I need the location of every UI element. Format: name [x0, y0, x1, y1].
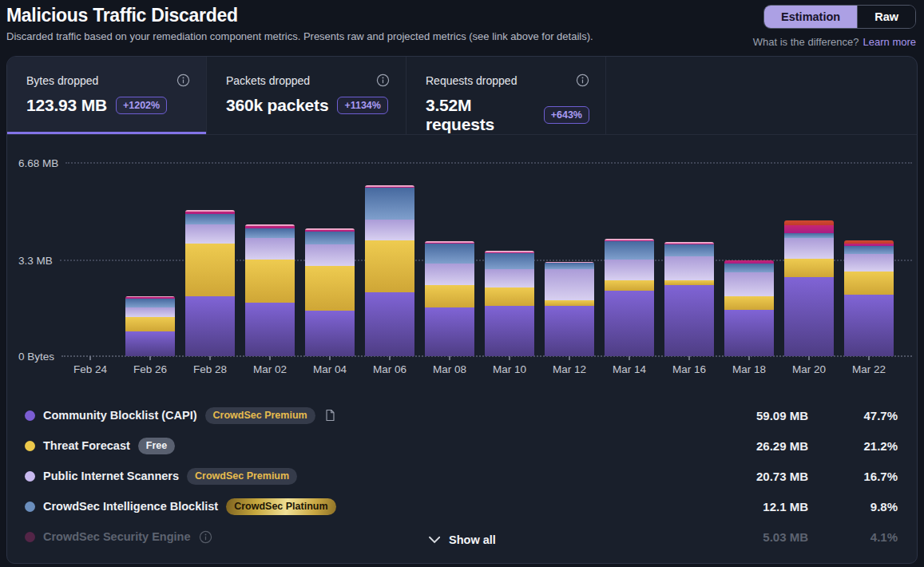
info-icon[interactable]: [176, 73, 190, 87]
series-color-dot: [25, 471, 35, 482]
tab-requests-dropped[interactable]: Requests dropped3.52M requests+643%: [406, 57, 606, 134]
series-total-value: 59.09 MB: [688, 409, 808, 422]
x-axis-label: Feb 28: [180, 363, 240, 375]
segment-public-internet-scanners: [664, 256, 714, 280]
legend-row-threat-forecast[interactable]: Threat ForecastFree26.29 MB21.2%: [25, 430, 898, 461]
segment-crowdsec-intelligence-blocklist: [125, 299, 175, 308]
series-label: Threat Forecast: [43, 439, 130, 452]
tab-value: 123.93 MB: [26, 96, 107, 115]
legend-item: Public Internet ScannersCrowdSec Premium: [25, 468, 688, 485]
series-label: Public Internet Scanners: [43, 470, 179, 482]
x-axis-label: Mar 18: [719, 363, 779, 375]
bar-mar-20[interactable]: [784, 220, 834, 356]
x-axis-tick: [748, 356, 750, 360]
segment-crowdsec-intelligence-blocklist: [305, 232, 355, 244]
page-header: Malicious Traffic Discarded Discarded tr…: [0, 0, 924, 56]
traffic-panel: Bytes dropped123.93 MB+1202%Packets drop…: [6, 56, 918, 564]
legend-item: CrowdSec Intelligence BlocklistCrowdSec …: [25, 498, 688, 515]
page-title: Malicious Traffic Discarded: [6, 5, 593, 26]
segment-public-internet-scanners: [545, 269, 594, 300]
header-controls: Estimation Raw What is the difference?Le…: [753, 5, 916, 48]
header-titles: Malicious Traffic Discarded Discarded tr…: [6, 5, 593, 42]
tab-change-badge: +643%: [544, 106, 589, 124]
bar-feb-26[interactable]: [125, 296, 175, 356]
segment-public-internet-scanners: [305, 244, 355, 266]
tab-label: Bytes dropped: [26, 74, 98, 87]
legend-row-crowdsec-intelligence-blocklist[interactable]: CrowdSec Intelligence BlocklistCrowdSec …: [25, 491, 898, 521]
segment-threat-forecast: [844, 272, 894, 295]
segment-public-internet-scanners: [125, 307, 175, 317]
helper-text: What is the difference?: [753, 36, 859, 48]
tab-packets-dropped[interactable]: Packets dropped360k packets+1134%: [207, 57, 406, 134]
bar-feb-28[interactable]: [185, 210, 235, 356]
segment-threat-forecast: [245, 260, 295, 303]
bar-mar-14[interactable]: [605, 239, 654, 356]
x-axis-tick: [868, 356, 870, 360]
x-axis-tick: [449, 356, 450, 360]
chevron-down-icon: [428, 536, 440, 544]
tab-change-badge: +1134%: [337, 97, 388, 114]
segment-community-blocklist-capi-: [605, 291, 654, 356]
tier-badge-platinum: CrowdSec Platinum: [226, 498, 335, 515]
x-axis-label: Mar 12: [539, 363, 600, 375]
x-axis-tick: [89, 356, 91, 360]
bar-mar-22[interactable]: [844, 240, 894, 356]
tier-badge-free: Free: [138, 438, 175, 454]
bar-mar-18[interactable]: [724, 260, 774, 356]
segment-community-blocklist-capi-: [784, 277, 834, 356]
tier-badge-premium: CrowdSec Premium: [187, 468, 297, 485]
segment-public-internet-scanners: [605, 260, 654, 280]
info-icon[interactable]: [376, 73, 390, 87]
tab-value-row: 3.52M requests+643%: [426, 96, 589, 134]
x-axis-label: Mar 04: [299, 363, 360, 375]
legend-item: Community Blocklist (CAPI)CrowdSec Premi…: [25, 407, 688, 424]
tab-change-badge: +1202%: [116, 97, 167, 114]
tab-header: Packets dropped: [226, 73, 390, 87]
x-axis-label: Mar 08: [419, 363, 480, 375]
bar-mar-12[interactable]: [545, 262, 594, 356]
legend-row-community-blocklist-capi-[interactable]: Community Blocklist (CAPI)CrowdSec Premi…: [25, 400, 898, 430]
series-label: CrowdSec Intelligence Blocklist: [43, 500, 218, 513]
legend-item: CrowdSec Security Engine: [25, 530, 688, 544]
segment-threat-forecast: [365, 240, 414, 292]
segment-threat-forecast: [305, 266, 355, 311]
segment-community-blocklist-capi-: [305, 311, 355, 356]
segment-public-internet-scanners: [844, 254, 894, 272]
segment-threat-forecast: [485, 287, 534, 306]
segment-threat-forecast: [125, 317, 175, 331]
estimation-button[interactable]: Estimation: [764, 6, 857, 28]
raw-button[interactable]: Raw: [857, 6, 915, 28]
bar-mar-08[interactable]: [425, 241, 474, 356]
document-icon[interactable]: [325, 409, 335, 422]
bar-mar-10[interactable]: [485, 251, 534, 356]
stacked-bar-chart: 6.68 MB3.3 MB0 BytesFeb 24Feb 26Feb 28Ma…: [7, 135, 917, 376]
series-label: Community Blocklist (CAPI): [43, 409, 197, 422]
series-color-dot: [25, 410, 35, 421]
series-color-dot: [25, 441, 35, 451]
x-axis-label: Mar 16: [659, 363, 720, 375]
bar-mar-04[interactable]: [305, 228, 355, 356]
segment-crowdsec-security-engine: [784, 225, 834, 234]
bar-mar-16[interactable]: [664, 242, 714, 356]
segment-community-blocklist-capi-: [724, 310, 774, 356]
segment-crowdsec-intelligence-blocklist: [365, 188, 414, 220]
info-icon[interactable]: [199, 530, 212, 544]
info-icon[interactable]: [576, 73, 589, 87]
y-axis-label: 3.3 MB: [7, 255, 53, 267]
bar-mar-02[interactable]: [245, 224, 295, 356]
metric-tabs: Bytes dropped123.93 MB+1202%Packets drop…: [7, 57, 917, 135]
show-all-button[interactable]: Show all: [428, 533, 496, 546]
tab-bytes-dropped[interactable]: Bytes dropped123.93 MB+1202%: [7, 57, 207, 134]
legend-row-public-internet-scanners[interactable]: Public Internet ScannersCrowdSec Premium…: [25, 461, 898, 491]
toggle-helper: What is the difference?Learn more: [753, 36, 916, 48]
show-all-label: Show all: [449, 533, 496, 546]
x-axis-label: Mar 06: [359, 363, 420, 375]
segment-threat-forecast: [185, 244, 235, 295]
x-axis-tick: [209, 356, 211, 360]
segment-community-blocklist-capi-: [245, 303, 295, 356]
legend-item: Threat ForecastFree: [25, 438, 688, 454]
learn-more-link[interactable]: Learn more: [863, 36, 916, 48]
bar-mar-06[interactable]: [365, 185, 414, 356]
segment-threat-forecast: [784, 259, 834, 277]
x-axis-label: Feb 26: [120, 363, 180, 375]
